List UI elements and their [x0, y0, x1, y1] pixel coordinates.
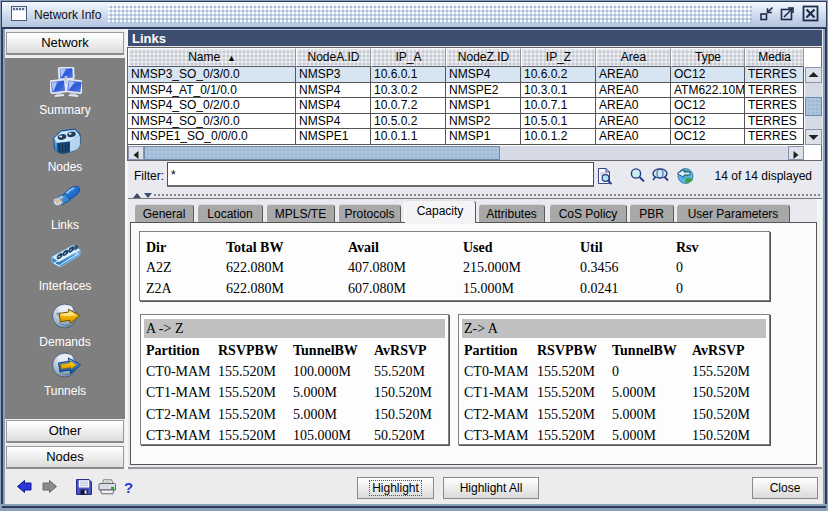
- svg-text:?: ?: [124, 479, 133, 496]
